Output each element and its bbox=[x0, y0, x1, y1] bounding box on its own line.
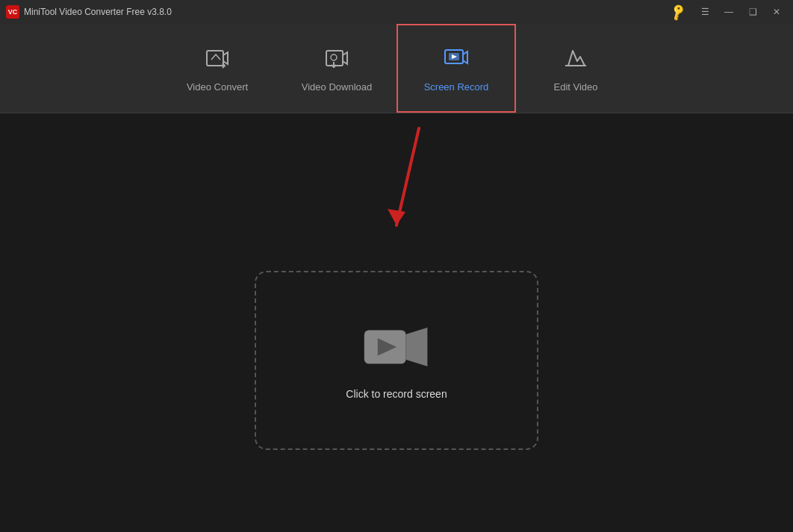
tab-video-convert[interactable]: Video Convert bbox=[158, 24, 277, 113]
record-click-area[interactable]: Click to record screen bbox=[255, 271, 538, 450]
tab-screen-record-label: Screen Record bbox=[424, 81, 489, 93]
edit-video-icon bbox=[562, 45, 589, 75]
tab-screen-record[interactable]: Screen Record bbox=[396, 24, 516, 113]
screen-record-icon bbox=[443, 45, 470, 75]
maximize-button[interactable]: ❑ bbox=[742, 4, 763, 20]
video-convert-icon bbox=[204, 45, 231, 75]
key-icon: 🔑 bbox=[668, 2, 688, 22]
camera-icon bbox=[363, 321, 430, 373]
titlebar: VC MiniTool Video Converter Free v3.8.0 … bbox=[0, 0, 793, 24]
tab-edit-video[interactable]: Edit Video bbox=[516, 24, 635, 113]
svg-line-9 bbox=[396, 128, 419, 225]
camera-svg-icon bbox=[363, 321, 430, 373]
navbar: Video Convert Video Download Screen Reco… bbox=[0, 24, 793, 113]
main-content: Click to record screen bbox=[0, 113, 793, 532]
tab-video-download-label: Video Download bbox=[302, 81, 372, 93]
record-label: Click to record screen bbox=[346, 388, 447, 400]
tab-video-convert-label: Video Convert bbox=[187, 81, 248, 93]
titlebar-controls: 🔑 ☰ — ❑ ✕ bbox=[671, 4, 787, 20]
tab-video-download[interactable]: Video Download bbox=[277, 24, 396, 113]
close-button[interactable]: ✕ bbox=[766, 4, 787, 20]
svg-point-3 bbox=[331, 54, 337, 60]
titlebar-title: MiniTool Video Converter Free v3.8.0 bbox=[24, 7, 172, 17]
app-logo: VC bbox=[6, 5, 19, 19]
hamburger-button[interactable]: ☰ bbox=[694, 4, 715, 20]
titlebar-left: VC MiniTool Video Converter Free v3.8.0 bbox=[6, 5, 172, 19]
svg-marker-13 bbox=[406, 327, 428, 366]
minimize-button[interactable]: — bbox=[718, 4, 739, 20]
tab-edit-video-label: Edit Video bbox=[553, 81, 597, 93]
video-download-icon bbox=[323, 45, 350, 75]
pointer-arrow bbox=[382, 121, 441, 240]
svg-rect-0 bbox=[207, 51, 223, 66]
svg-marker-10 bbox=[388, 209, 405, 225]
